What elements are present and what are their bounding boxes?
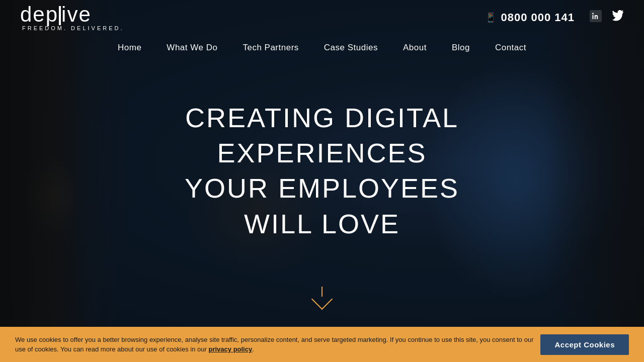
privacy-policy-link[interactable]: privacy policy (208, 345, 252, 353)
nav-item-about[interactable]: About (403, 43, 427, 53)
social-icons (590, 10, 624, 25)
hero-headline-line2: YOUR EMPLOYEES WILL LOVE (185, 173, 459, 238)
top-bar: depive FREEDOM. DELIVERED. 📱 0800 000 14… (0, 0, 644, 35)
phone-text[interactable]: 0800 000 141 (501, 11, 575, 24)
nav-item-home[interactable]: Home (118, 43, 141, 53)
logo-tagline: FREEDOM. DELIVERED. (22, 25, 124, 31)
hero-headline: CREATING DIGITAL EXPERIENCES YOUR EMPLOY… (161, 100, 483, 241)
linkedin-icon[interactable] (590, 10, 602, 25)
hero-headline-line1: CREATING DIGITAL EXPERIENCES (185, 103, 459, 168)
logo-cursor-bar (59, 6, 61, 25)
logo[interactable]: depive (20, 4, 92, 26)
hero-section: depive FREEDOM. DELIVERED. 📱 0800 000 14… (0, 0, 644, 327)
nav-item-tech-partners[interactable]: Tech Partners (243, 43, 298, 53)
accept-cookies-button[interactable]: Accept Cookies (540, 334, 629, 355)
logo-area: depive FREEDOM. DELIVERED. (20, 4, 124, 32)
nav-item-what-we-do[interactable]: What We Do (167, 43, 217, 53)
cookie-message: We use cookies to offer you a better bro… (15, 336, 533, 353)
arrow-down-chevron (311, 289, 333, 310)
cookie-banner: We use cookies to offer you a better bro… (0, 327, 644, 362)
phone-number: 📱 0800 000 141 (485, 11, 575, 24)
hero-content: CREATING DIGITAL EXPERIENCES YOUR EMPLOY… (161, 100, 483, 241)
nav-item-case-studies[interactable]: Case Studies (324, 43, 378, 53)
nav-item-contact[interactable]: Contact (495, 43, 526, 53)
header-right: 📱 0800 000 141 (485, 10, 624, 25)
twitter-icon[interactable] (612, 10, 624, 25)
phone-icon: 📱 (485, 12, 497, 23)
nav-bar: Home What We Do Tech Partners Case Studi… (0, 35, 644, 60)
cookie-text: We use cookies to offer you a better bro… (15, 335, 540, 354)
scroll-arrow[interactable] (314, 287, 330, 307)
nav-item-blog[interactable]: Blog (452, 43, 470, 53)
